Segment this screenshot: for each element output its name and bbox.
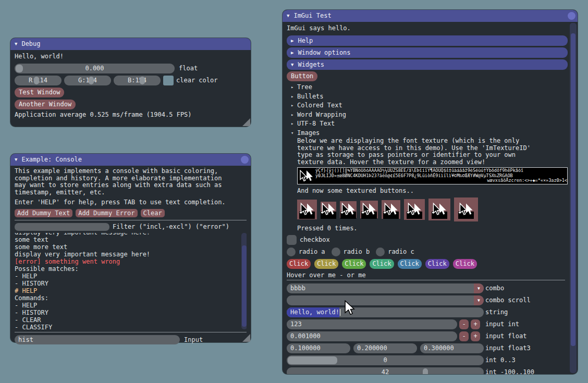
radio-c[interactable]: radio c [376,248,414,256]
image-button[interactable] [360,201,378,218]
click-button-5[interactable]: Click [398,259,422,269]
resize-grip[interactable] [242,118,250,126]
console-titlebar[interactable]: ▼ Example: Console [10,154,251,166]
clear-color-swatch[interactable] [163,76,174,85]
decrement-button[interactable]: - [459,319,469,329]
tree-label: Tree [297,84,312,91]
console-log-region[interactable]: display very important message here! som… [15,233,247,330]
debug-titlebar[interactable]: ▼ Debug [10,38,251,50]
int-range-slider[interactable]: 42 [287,367,484,374]
image-button[interactable] [321,202,336,217]
tree-closed-icon[interactable]: ▸ [291,112,297,118]
tree-closed-icon[interactable]: ▸ [291,120,297,127]
tree-closed-icon[interactable]: ▸ [291,102,297,109]
float3-input-y[interactable]: 0.200000 [353,343,417,353]
color-g-value: G:144 [64,77,111,84]
hover-tooltip-text[interactable]: Hover over me - or me [287,272,565,279]
another-window-button[interactable]: Another Window [15,100,76,109]
image-button[interactable] [382,200,400,219]
slider-grab[interactable] [140,77,145,84]
combo-arrow-button[interactable]: ▼ [474,283,484,293]
log-line: Commands: [15,294,247,302]
tree-open-icon[interactable]: ▾ [291,130,297,137]
combo-label: combo [485,285,504,292]
test-titlebar[interactable]: ▼ ImGui Test [283,10,578,22]
tree-node-colored-text[interactable]: ▸ Colored Text [287,101,565,110]
click-button-4[interactable]: Click [370,259,394,269]
console-command-input[interactable]: hist [15,335,180,344]
click-button-7[interactable]: Click [453,259,477,269]
float-input[interactable]: 0.001000 [287,331,457,341]
color-g-slider[interactable]: G:144 [64,76,111,85]
tree-label: Word Wrapping [297,112,346,118]
click-button-2[interactable]: Click [314,259,338,269]
image-button[interactable] [340,201,357,218]
combo-arrow-button[interactable]: ▼ [474,295,484,305]
slider-grab[interactable] [89,77,94,84]
combo-scroll-select[interactable]: ▼ [287,295,484,305]
checkbox[interactable] [287,235,297,245]
imgui-test-window: ▼ ImGui Test ImGui says hello. ▶ Help ▶ … [283,10,578,374]
color-b-slider[interactable]: B:154 [114,76,161,85]
tree-node-bullets[interactable]: ▸ Bullets [287,92,565,102]
increment-button[interactable]: + [471,319,480,329]
increment-button[interactable]: + [471,331,480,341]
float-slider[interactable]: 0.000 [15,64,175,73]
console-input-value: hist [15,337,33,343]
log-line: - CLASSIFY [15,324,247,330]
click-button-3[interactable]: Click [342,259,366,269]
filter-input[interactable] [15,223,109,231]
slider-grab[interactable] [16,65,23,72]
color-r-slider[interactable]: R:114 [15,76,62,85]
combo-select[interactable]: bbbb ▼ [287,283,484,293]
header-label: Window options [298,50,350,56]
click-button-6[interactable]: Click [425,259,449,269]
radio-b[interactable]: radio b [332,248,370,256]
resize-grip[interactable] [242,334,250,342]
button-widget[interactable]: Button [287,71,317,81]
image-button[interactable] [454,197,478,221]
float3-input-x[interactable]: 0.100000 [287,343,350,353]
slider-grab[interactable] [34,77,39,84]
int-small-slider[interactable]: 0 [287,355,484,365]
click-button-1[interactable]: Click [287,259,311,269]
images-text-line: type as storage to pass pointers or iden… [297,152,565,159]
radio-a[interactable]: radio a [287,248,325,256]
images-description-text: Below we are displaying the font texture… [297,138,565,166]
tree-node-word-wrapping[interactable]: ▸ Word Wrapping [287,110,565,120]
log-line: display very important message here! [15,251,247,258]
int-input-label: input int [485,321,519,328]
image-button[interactable] [297,200,317,219]
int-input[interactable]: 123 [287,319,457,329]
decrement-button[interactable]: - [459,331,469,341]
add-dummy-error-button[interactable]: Add Dummy Error [76,209,137,217]
header-help[interactable]: ▶ Help [287,35,568,46]
slider-grab[interactable] [288,356,337,364]
font-texture-image[interactable]: ýÇf}{ÿj()[]‖%ÝBÑòÛôóÂÃÀÄÔ½¼ÙÚŽŠ8ÉÊ/å\ÈÞî… [297,167,568,184]
header-window-options[interactable]: ▶ Window options [287,47,568,58]
test-window-button[interactable]: Test Window [15,88,64,97]
console-scrollbar[interactable] [241,233,247,329]
add-dummy-text-button[interactable]: Add Dummy Text [15,209,72,217]
collapse-arrow-icon[interactable]: ▼ [15,157,17,162]
header-widgets[interactable]: ▼ Widgets [287,59,568,70]
float3-x-value: 0.100000 [287,345,321,352]
slider-grab[interactable] [423,368,428,374]
collapse-arrow-icon[interactable]: ▼ [287,14,289,18]
tree-closed-icon[interactable]: ▸ [291,93,297,100]
close-button[interactable] [241,156,249,164]
close-button[interactable] [568,12,575,20]
log-line: - CLEAR [15,316,247,324]
clear-button[interactable]: Clear [141,209,165,217]
tree-node-images[interactable]: ▾ Images [287,129,565,138]
tree-closed-icon[interactable]: ▸ [291,84,297,91]
image-button[interactable] [428,199,450,220]
float3-input-z[interactable]: 0.300000 [420,343,484,353]
tree-node-tree[interactable]: ▸ Tree [287,83,565,92]
image-button[interactable] [404,199,425,220]
scrollbar-thumb[interactable] [242,245,247,327]
int-small-label: int 0..3 [485,357,516,364]
tree-node-utf8-text[interactable]: ▸ UTF-8 Text [287,119,565,129]
string-text-input[interactable]: Hello, world! [287,307,484,317]
collapse-arrow-icon[interactable]: ▼ [15,42,17,46]
